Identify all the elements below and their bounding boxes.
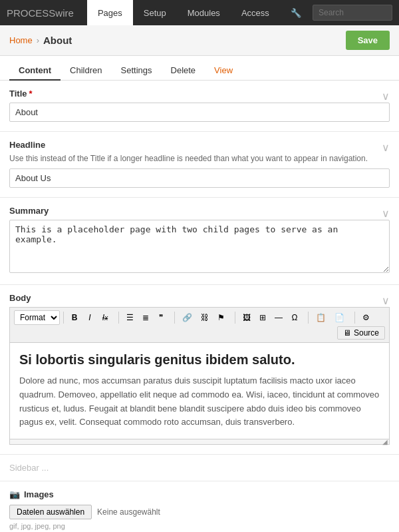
summary-textarea[interactable]: This is a placeholder page with two chil… [9, 220, 390, 273]
breadcrumb-home[interactable]: Home [9, 35, 33, 45]
nav-search [313, 5, 392, 21]
title-input[interactable] [9, 103, 390, 122]
toolbar-sep-4 [235, 312, 235, 324]
tab-children[interactable]: Children [61, 61, 111, 81]
sidebar-section: Sidebar ... [0, 455, 399, 481]
resize-handle-icon: ◢ [382, 438, 388, 445]
top-nav: PROCESSwire Pages Setup Modules Access 🔧 [0, 0, 399, 25]
headline-help: Use this instead of the Title if a longe… [9, 154, 390, 163]
summary-field-section: Summary ∨ This is a placeholder page wit… [0, 198, 399, 285]
ol-button[interactable]: ☰ [122, 311, 138, 324]
special-char-button[interactable]: Ω [287, 311, 302, 324]
template-button[interactable]: 📋 [312, 311, 330, 324]
summary-label: Summary [9, 206, 390, 216]
toolbar-sep-5 [308, 312, 309, 324]
title-label: Title * [9, 89, 390, 99]
body-label: Body [9, 293, 390, 303]
tab-view[interactable]: View [205, 61, 242, 81]
nav-tab-pages[interactable]: Pages [87, 0, 133, 25]
bold-button[interactable]: B [67, 311, 82, 324]
body-editor-resize[interactable]: ◢ [9, 439, 390, 445]
tab-content[interactable]: Content [9, 61, 61, 81]
images-label: 📷 Images [9, 489, 390, 499]
body-heading: Si lobortis singularis genitus ibidem sa… [19, 352, 380, 368]
headline-collapse-icon[interactable]: ∨ [382, 141, 390, 154]
logo: PROCESSwire [7, 7, 74, 19]
toolbar-misc-group: 📋 📄 [312, 311, 348, 324]
file-choose-button[interactable]: Datelen auswählen [9, 505, 92, 519]
camera-icon: 📷 [9, 489, 20, 499]
body-toolbar: Format B I Ix ☰ ≣ ❞ 🔗 ⛓ ⚑ 🖼 [9, 307, 390, 342]
image-button[interactable]: 🖼 [239, 311, 255, 324]
page-header: Home › About Save [0, 25, 399, 56]
link-button[interactable]: 🔗 [178, 311, 196, 324]
images-section: 📷 Images Datelen auswählen Keine ausgewä… [0, 481, 399, 532]
blockquote-button[interactable]: ❞ [154, 311, 168, 324]
breadcrumb-current: About [43, 35, 72, 46]
nav-tab-modules[interactable]: Modules [177, 0, 231, 25]
toolbar-sep-3 [174, 312, 175, 324]
logo-suffix: wire [55, 7, 74, 19]
settings-btn[interactable]: ⚙ [358, 311, 374, 324]
unlink-button[interactable]: ⛓ [197, 311, 213, 324]
source-button[interactable]: 🖥 Source [337, 326, 385, 340]
toolbar-sep-1 [63, 312, 64, 324]
nav-tabs: Pages Setup Modules Access 🔧 [87, 0, 312, 25]
toolbar-insert-group: 🖼 ⊞ — Ω [239, 311, 302, 324]
body-field-section: Body ∨ Format B I Ix ☰ ≣ ❞ 🔗 ⛓ [0, 285, 399, 455]
body-collapse-icon[interactable]: ∨ [382, 294, 390, 307]
body-paragraph: Dolore ad nunc, mos accumsan paratus dui… [19, 374, 380, 429]
strikethrough-button[interactable]: Ix [98, 311, 112, 324]
title-collapse-icon[interactable]: ∨ [382, 90, 390, 103]
nav-tab-setup[interactable]: Setup [133, 0, 177, 25]
tab-settings[interactable]: Settings [112, 61, 162, 81]
file-input-row: Datelen auswählen Keine ausgewählt [9, 505, 390, 519]
search-input[interactable] [313, 5, 392, 21]
table-button[interactable]: ⊞ [255, 311, 270, 324]
title-field-section: Title * ∨ [0, 81, 399, 132]
anchor-button[interactable]: ⚑ [213, 311, 229, 324]
body-editor[interactable]: Si lobortis singularis genitus ibidem sa… [9, 342, 390, 439]
toolbar-format-group: B I Ix [67, 311, 112, 324]
format-select[interactable]: Format [14, 310, 60, 325]
content-tabs: Content Children Settings Delete View [0, 56, 399, 81]
italic-button[interactable]: I [82, 311, 97, 324]
toolbar-sep-6 [354, 312, 355, 324]
file-name-label: Keine ausgewählt [97, 507, 160, 517]
toolbar-link-group: 🔗 ⛓ ⚑ [178, 311, 229, 324]
breadcrumb: Home › About [9, 35, 72, 46]
nav-tab-wrench[interactable]: 🔧 [280, 0, 312, 25]
source-icon: 🖥 [343, 328, 351, 338]
file-types-label: gif, jpg, jpeg, png [9, 522, 390, 530]
breadcrumb-separator: › [37, 35, 39, 45]
title-required: * [29, 89, 33, 99]
nav-tab-access[interactable]: Access [231, 0, 280, 25]
summary-collapse-icon[interactable]: ∨ [382, 207, 390, 220]
sidebar-placeholder: Sidebar ... [9, 463, 49, 473]
main-content: Title * ∨ Headline ∨ Use this instead of… [0, 81, 399, 532]
save-button-top[interactable]: Save [346, 31, 390, 50]
toolbar-sep-2 [118, 312, 119, 324]
headline-label: Headline [9, 140, 390, 150]
clipboard-button[interactable]: 📄 [331, 311, 348, 324]
tab-delete[interactable]: Delete [162, 61, 205, 81]
headline-input[interactable] [9, 168, 390, 188]
hr-button[interactable]: — [271, 311, 287, 324]
toolbar-list-group: ☰ ≣ ❞ [122, 311, 168, 324]
headline-field-section: Headline ∨ Use this instead of the Title… [0, 132, 399, 198]
logo-prefix: PROCESS [7, 7, 55, 19]
ul-button[interactable]: ≣ [138, 311, 153, 324]
